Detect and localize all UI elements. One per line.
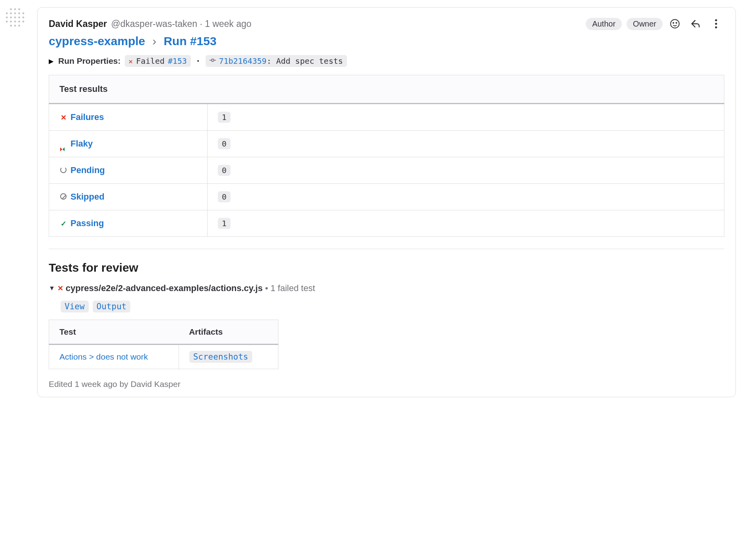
passing-count: 1 [218,218,231,229]
breadcrumb-run[interactable]: Run #153 [164,34,216,48]
collapse-icon[interactable]: ▼ [49,285,55,292]
pending-count: 0 [218,165,231,176]
table-row: Pending 0 [49,157,724,184]
commit-icon [210,57,216,65]
dot-separator: • [197,58,199,64]
edited-when[interactable]: 1 week ago [74,379,117,389]
run-properties-label[interactable]: Run Properties: [58,56,121,66]
x-icon: ✕ [129,57,133,65]
run-properties-row: ▶ Run Properties: ✕ Failed #153 • 71b216… [49,55,724,67]
breadcrumb: cypress-example › Run #153 [49,34,724,48]
x-icon: ✕ [61,113,67,122]
comment-card: David Kasper @dkasper-was-taken · 1 week… [37,7,736,397]
run-link[interactable]: #153 [168,56,187,66]
check-icon: ✓ [61,219,67,228]
flaky-link[interactable]: Flaky [70,139,93,149]
test-results-heading: Test results [49,75,724,104]
table-row: Flaky 0 [49,131,724,157]
commit-sha[interactable]: 71b2164359 [219,56,267,66]
pending-icon [60,167,67,173]
failures-count: 1 [218,112,231,123]
skipped-icon [60,193,67,200]
artifacts-column-header: Artifacts [179,320,278,345]
more-icon[interactable] [708,15,724,32]
x-icon: ✕ [57,284,63,293]
test-name-link[interactable]: Actions > does not work [59,352,148,361]
comment-header: David Kasper @dkasper-was-taken · 1 week… [49,15,724,32]
output-button[interactable]: Output [93,301,131,312]
avatar[interactable] [5,7,25,28]
reply-icon[interactable] [687,15,704,32]
chevron-right-icon: › [152,34,156,48]
author-handle[interactable]: @dkasper-was-taken · 1 week ago [109,19,251,29]
svg-point-2 [5,7,25,28]
tests-for-review-heading: Tests for review [49,261,724,274]
passing-link[interactable]: Passing [70,218,104,228]
svg-point-4 [673,23,674,23]
svg-point-3 [671,19,679,28]
author-badge: Author [586,18,622,30]
breadcrumb-project[interactable]: cypress-example [49,34,145,48]
status-pill[interactable]: ✕ Failed #153 [125,55,191,67]
view-output-row: View Output [61,301,724,312]
svg-point-9 [211,59,214,61]
timestamp: 1 week ago [205,19,251,29]
table-row: Skipped 0 [49,184,724,210]
svg-point-6 [715,19,717,21]
screenshots-link[interactable]: Screenshots [189,351,252,363]
author-name[interactable]: David Kasper [49,19,107,29]
artifacts-table: Test Artifacts Actions > does not work S… [49,320,278,369]
skipped-link[interactable]: Skipped [70,192,105,202]
pending-link[interactable]: Pending [70,165,105,175]
emoji-icon[interactable] [667,15,683,32]
review-file-path: cypress/e2e/2-advanced-examples/actions.… [66,283,263,293]
owner-badge: Owner [627,18,663,30]
svg-point-5 [676,23,677,23]
review-summary: 1 failed test [271,283,315,293]
review-file-row[interactable]: ▼ ✕ cypress/e2e/2-advanced-examples/acti… [49,283,724,293]
svg-point-8 [715,26,717,28]
flaky-count: 0 [218,138,231,149]
svg-point-7 [715,23,717,25]
failures-link[interactable]: Failures [70,112,104,122]
divider [49,249,724,249]
view-button[interactable]: View [61,301,89,312]
table-row: ✕Failures 1 [49,104,724,131]
test-results-table: Test results ✕Failures 1 Flaky 0 Pending… [49,75,724,237]
commit-pill[interactable]: 71b2164359: Add spec tests [206,55,347,67]
expand-icon[interactable]: ▶ [49,57,53,65]
test-column-header: Test [49,320,179,345]
edited-line: Edited 1 week ago by David Kasper [49,379,724,389]
skipped-count: 0 [218,191,231,202]
table-row: Actions > does not work Screenshots [49,345,278,369]
commit-message: : Add spec tests [267,56,343,66]
table-row: ✓Passing 1 [49,210,724,237]
